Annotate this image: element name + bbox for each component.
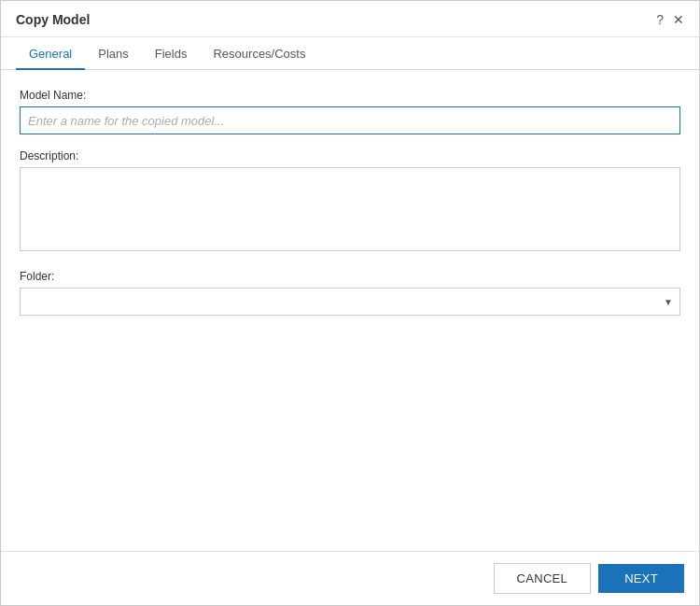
- tab-resources-costs[interactable]: Resources/Costs: [200, 37, 318, 70]
- dialog-title: Copy Model: [16, 12, 90, 27]
- folder-select-wrapper: ▼: [20, 288, 680, 316]
- dialog-footer: CANCEL NEXT: [1, 551, 699, 605]
- cancel-button[interactable]: CANCEL: [494, 563, 592, 594]
- copy-model-dialog: Copy Model ? ✕ General Plans Fields Reso…: [0, 0, 700, 606]
- dialog-header-icons: ? ✕: [656, 12, 684, 27]
- description-textarea[interactable]: [20, 167, 680, 251]
- model-name-label: Model Name:: [20, 89, 680, 102]
- description-group: Description:: [20, 149, 680, 255]
- tab-bar: General Plans Fields Resources/Costs: [1, 37, 699, 70]
- help-icon[interactable]: ?: [656, 12, 664, 27]
- folder-select[interactable]: [20, 288, 680, 316]
- next-button[interactable]: NEXT: [598, 564, 684, 593]
- description-label: Description:: [20, 149, 680, 162]
- dialog-content: Model Name: Description: Folder: ▼: [1, 70, 699, 551]
- folder-group: Folder: ▼: [20, 270, 680, 316]
- folder-label: Folder:: [20, 270, 680, 283]
- model-name-group: Model Name:: [20, 89, 680, 134]
- model-name-input[interactable]: [20, 106, 680, 134]
- dialog-header: Copy Model ? ✕: [1, 1, 699, 37]
- tab-fields[interactable]: Fields: [142, 37, 201, 70]
- tab-general[interactable]: General: [16, 37, 85, 70]
- tab-plans[interactable]: Plans: [85, 37, 142, 70]
- close-icon[interactable]: ✕: [673, 12, 684, 27]
